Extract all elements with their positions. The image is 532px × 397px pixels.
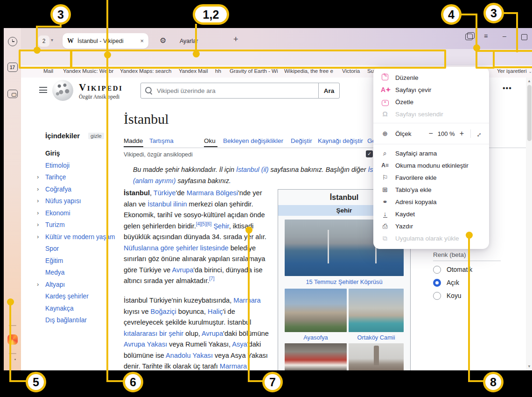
toc-item-etimoloji[interactable]: ›Etimoloji: [35, 160, 128, 172]
callout-3-left: 3: [50, 4, 71, 25]
toc-item-cografya[interactable]: ›Coğrafya: [35, 184, 128, 196]
scroll-up-icon[interactable]: ▲: [527, 79, 531, 83]
minimize-button[interactable]: –: [503, 32, 506, 40]
wiki-hamburger-icon[interactable]: [39, 87, 47, 93]
bookmark-item[interactable]: hh: [215, 68, 221, 74]
ortakoy-photo[interactable]: [349, 289, 404, 332]
search-button[interactable]: Ara: [318, 83, 340, 99]
appearance-header: Renk (beta): [433, 251, 466, 258]
infobox-caption-ayasofya[interactable]: Ayasofya: [285, 334, 347, 341]
menu-item-yazdir[interactable]: ⎙ Yazdır: [373, 220, 489, 232]
new-tab-button[interactable]: +: [233, 35, 238, 44]
bookmark-item[interactable]: Yandex Maps: search: [120, 68, 171, 74]
tab-bekleyen[interactable]: Bekleyen değişiklikler: [223, 137, 283, 144]
toc-item-medya[interactable]: ›Medya: [35, 267, 128, 279]
menu-item-sayfaici-arama[interactable]: ⌕ Sayfaiçi arama: [373, 147, 489, 159]
infobox-caption-ortakoy[interactable]: Ortaköy Camii: [349, 334, 404, 341]
infobox-caption-bridge[interactable]: 15 Temmuz Şehitler Köprüsü: [278, 278, 410, 285]
radio-otomatik[interactable]: [433, 266, 441, 274]
toc-item-kultur[interactable]: ›Kültür ve modern yaşam: [35, 231, 128, 243]
settings-tab-gear-icon[interactable]: ⚙: [160, 36, 166, 45]
menu-item-favorilere-ekle[interactable]: ⚐ Favorilere ekle: [373, 171, 489, 184]
panels-icon[interactable]: [465, 34, 473, 42]
screenshot-icon[interactable]: [7, 90, 18, 98]
scrollbar[interactable]: ▲ ▼: [526, 78, 532, 370]
menu-item-duzenle[interactable]: Düzenle: [373, 71, 489, 84]
callout-line: [468, 235, 470, 382]
toc-hide-button[interactable]: gizle: [88, 133, 104, 139]
radio-acik-label[interactable]: Açık: [447, 279, 459, 286]
grid-icon: ⊞: [381, 186, 389, 193]
toc-item-turizm[interactable]: ›Turizm: [35, 219, 128, 231]
wiki-search-input[interactable]: Vikipedi üzerinde ara: [140, 83, 319, 99]
toc-item-egitim[interactable]: ›Eğitim: [35, 255, 128, 267]
hatnote: Bu madde şehir hakkındadır. İl için İsta…: [133, 164, 398, 186]
wiki-header-more-icon[interactable]: •••: [503, 84, 512, 92]
bookmarks-more-label: Yer işaretleri: [497, 68, 527, 74]
bookmark-item[interactable]: Victoria: [342, 68, 360, 74]
zoom-out-button[interactable]: −: [426, 129, 435, 138]
toc-item-dis-baglantilar[interactable]: ›Dış bağlantılar: [35, 314, 128, 326]
tab-istanbul[interactable]: W İstanbul - Vikipedi ×: [63, 33, 148, 49]
maximize-button[interactable]: [521, 34, 527, 42]
wikipedia-wordmark[interactable]: Vikipedi Özgür Ansiklopedi: [79, 82, 123, 99]
menu-item-adresi-kopyala[interactable]: ⚭ Adresi kopyala: [373, 196, 489, 208]
callout-dot: [34, 47, 41, 54]
bookmark-item[interactable]: Yandex Mail: [179, 68, 208, 74]
radio-koyu[interactable]: [433, 292, 441, 300]
galata-photo[interactable]: [349, 343, 404, 370]
highlight-box-nav-buttons: [19, 50, 72, 69]
tab-kaynagi-degistir[interactable]: Kaynağı değiştir: [318, 137, 363, 144]
tab-tartisma[interactable]: Tartışma: [149, 137, 174, 144]
menu-item-sayfayi-cevir[interactable]: A✦ Sayfayı çevir: [373, 84, 489, 96]
bookmark-item[interactable]: Gravity of Earth - Wi: [230, 68, 278, 74]
highlight-box-right-icons: [493, 50, 532, 68]
menu-item-okuma-modu[interactable]: A≡ Okuma modunu etkinleştir: [373, 159, 489, 171]
toc-item-kaynakca[interactable]: ›Kaynakça: [35, 303, 128, 315]
callout-5: 5: [26, 372, 46, 392]
toc-item-spor[interactable]: ›Spor: [35, 243, 128, 255]
callout-line: [36, 26, 62, 28]
radio-koyu-label[interactable]: Koyu: [447, 292, 461, 299]
toc-item-nufus[interactable]: ›Nüfus yapısı: [35, 195, 128, 207]
callout-4: 4: [441, 4, 462, 25]
menu-item-tabloya-ekle[interactable]: ⊞ Tablo'ya ekle: [373, 184, 489, 196]
yandex-logo-icon[interactable]: [7, 334, 18, 345]
toc-item-tarihce[interactable]: ›Tarihçe: [35, 171, 128, 184]
menu-item-kaydet[interactable]: ↓ Kaydet: [373, 208, 489, 220]
tab-counter-chevron-icon[interactable]: ▾: [51, 37, 53, 43]
bookmark-item[interactable]: Yandex Music: We br: [63, 68, 113, 74]
scrollbar-thumb[interactable]: [527, 85, 532, 141]
toc-item-kardes[interactable]: ›Kardeş şehirler: [35, 291, 128, 303]
ayasofya-photo[interactable]: [285, 289, 347, 332]
tab-degistir[interactable]: Değiştir: [291, 137, 312, 144]
toc-item-giris[interactable]: ›Giriş: [35, 148, 128, 160]
menu-item-ozetle[interactable]: ❝ Özetle: [373, 96, 489, 108]
wikipedia-globe-logo[interactable]: [52, 80, 73, 101]
bookmark-item[interactable]: Wikipedia, the free e: [284, 68, 333, 74]
radio-acik[interactable]: [433, 279, 441, 287]
tab-madde[interactable]: Madde: [124, 137, 143, 144]
search-icon: [145, 87, 152, 93]
tab-close-icon[interactable]: ×: [140, 37, 144, 44]
zoom-in-button[interactable]: +: [457, 129, 467, 138]
bookmark-item[interactable]: Mail: [43, 68, 53, 74]
tram-photo[interactable]: [285, 343, 347, 370]
callout-line: [36, 26, 38, 49]
toc-item-ekonomi[interactable]: ›Ekonomi: [35, 207, 128, 220]
callout-line: [516, 12, 518, 52]
fullscreen-icon[interactable]: ↔: [473, 128, 483, 139]
history-icon[interactable]: [8, 37, 17, 46]
checked-checkbox[interactable]: ✓: [366, 150, 373, 157]
reader-mode-icon: A≡: [381, 162, 389, 169]
menu-zoom-row: ⊕ Ölçek − 100 % + ↔: [373, 126, 489, 141]
callout-line: [195, 24, 197, 53]
bookmarks-more-button[interactable]: Yer işaretleri⌄: [497, 68, 532, 74]
toc-item-altyapi[interactable]: ›Altyapı: [35, 279, 128, 291]
tab-oku[interactable]: Oku: [204, 137, 216, 144]
zoom-label: Ölçek: [395, 130, 412, 137]
tab-counter[interactable]: 2: [38, 35, 49, 47]
tab-count-badge[interactable]: 17: [7, 63, 18, 72]
scroll-down-icon[interactable]: ▼: [527, 364, 531, 369]
browser-menu-icon[interactable]: ≡: [484, 32, 488, 40]
